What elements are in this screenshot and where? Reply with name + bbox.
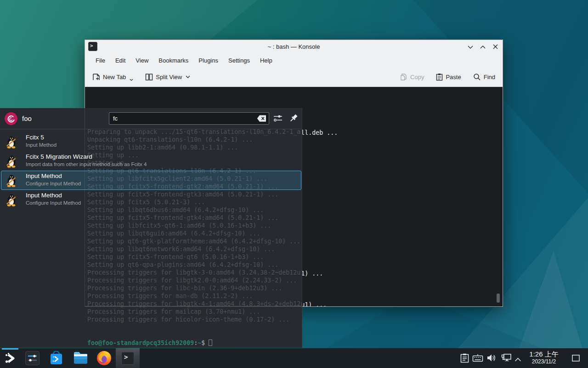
find-button[interactable]: Find — [473, 73, 495, 81]
taskbar: > — [0, 348, 588, 368]
close-button[interactable] — [492, 43, 499, 51]
fcitx-penguin-icon — [5, 173, 18, 187]
window-title: ~ : bash — Konsole — [85, 40, 503, 53]
clock-date: 2023/11/2 — [526, 358, 562, 365]
fcitx-penguin-icon — [5, 193, 18, 207]
maximize-button[interactable] — [479, 43, 486, 51]
application-launcher-button[interactable] — [4, 352, 17, 367]
menubar: FileEditViewBookmarksPluginsSettingsHelp — [85, 53, 503, 67]
menu-item[interactable]: File — [90, 55, 110, 66]
system-settings-icon — [25, 351, 40, 365]
digital-clock[interactable]: 1:26 上午 2023/11/2 — [526, 350, 562, 365]
menu-item[interactable]: Plugins — [193, 55, 223, 66]
new-tab-dropdown-icon — [130, 79, 133, 81]
result-title: Fcitx 5 Migration Wizard — [26, 153, 92, 160]
desktop: > ~ : bash — Konsole FileEditViewBookmar… — [0, 0, 588, 368]
krunner-results: Fcitx 5 Input Method — [0, 132, 302, 209]
find-label: Find — [484, 74, 495, 80]
task-button-konsole[interactable]: > — [116, 348, 140, 368]
result-subtitle: Input Method — [26, 142, 57, 148]
menu-item[interactable]: View — [130, 55, 153, 66]
split-view-button[interactable]: Split View — [145, 73, 190, 81]
minimize-button[interactable] — [467, 43, 474, 51]
result-subtitle: Configure Input Method — [26, 181, 81, 186]
split-view-label: Split View — [156, 74, 182, 80]
menu-item[interactable]: Edit — [110, 55, 130, 66]
user-avatar-debian-icon — [5, 112, 17, 125]
krunner-result[interactable]: Fcitx 5 Input Method — [0, 132, 302, 151]
result-subtitle: Configure Input Method — [26, 200, 81, 206]
firefox-button[interactable] — [96, 351, 112, 368]
copy-icon — [400, 73, 407, 81]
new-tab-label: New Tab — [103, 74, 126, 80]
paste-button[interactable]: Paste — [436, 73, 461, 81]
menu-item[interactable]: Settings — [223, 55, 255, 66]
krunner-user-label: foo — [22, 108, 32, 129]
result-title: Input Method — [26, 192, 62, 199]
discover-button[interactable] — [49, 351, 63, 367]
paste-icon — [436, 73, 443, 81]
krunner-overlay: Preparing to unpack .../15-qt6-translati… — [0, 108, 302, 348]
expand-tray-chevron-icon[interactable] — [514, 356, 521, 364]
network-tray-icon[interactable] — [501, 353, 512, 364]
show-desktop-button[interactable] — [572, 355, 580, 363]
discover-icon — [49, 351, 63, 365]
dolphin-folder-icon — [73, 351, 88, 365]
find-icon — [473, 73, 481, 81]
copy-label: Copy — [410, 74, 424, 80]
menu-item[interactable]: Bookmarks — [153, 55, 193, 66]
dimmed-window-border-bottom — [85, 306, 302, 307]
clear-search-icon[interactable] — [257, 115, 266, 122]
paste-label: Paste — [446, 74, 461, 80]
search-input[interactable] — [109, 113, 269, 124]
firefox-icon — [96, 351, 112, 366]
terminal-scrollbar[interactable] — [497, 293, 500, 303]
krunner-result[interactable]: Input Method Configure Input Method — [0, 190, 302, 209]
system-settings-button[interactable] — [25, 351, 40, 367]
pin-icon[interactable] — [288, 113, 299, 125]
titlebar[interactable]: > ~ : bash — Konsole — [85, 40, 503, 53]
result-subtitle: Import data from other input method such… — [26, 161, 147, 167]
result-title: Input Method — [26, 172, 62, 179]
menu-item[interactable]: Help — [255, 55, 277, 66]
fcitx-penguin-icon — [5, 135, 18, 149]
clipboard-tray-icon[interactable] — [460, 353, 469, 365]
keyboard-tray-icon[interactable] — [472, 354, 483, 364]
kde-launcher-icon — [4, 352, 17, 365]
split-view-dropdown-icon — [186, 75, 190, 78]
split-view-icon — [145, 73, 153, 81]
krunner-result[interactable]: Fcitx 5 Migration Wizard Import data fro… — [0, 151, 302, 171]
new-tab-icon — [92, 73, 100, 81]
result-title: Fcitx 5 — [26, 134, 44, 141]
volume-tray-icon[interactable] — [486, 353, 497, 364]
konsole-task-icon: > — [121, 352, 134, 365]
new-tab-button[interactable]: New Tab — [92, 73, 133, 81]
filter-options-icon[interactable] — [273, 114, 283, 125]
toolbar: New Tab Split View Copy — [85, 67, 503, 87]
krunner-result[interactable]: Input Method Configure Input Method — [0, 171, 302, 190]
clock-time: 1:26 上午 — [526, 350, 562, 358]
launcher-active-indicator — [2, 348, 18, 350]
fcitx-penguin-icon — [5, 154, 18, 168]
krunner-search-box — [109, 112, 269, 125]
copy-button[interactable]: Copy — [400, 73, 424, 81]
dolphin-file-manager-button[interactable] — [73, 351, 88, 367]
